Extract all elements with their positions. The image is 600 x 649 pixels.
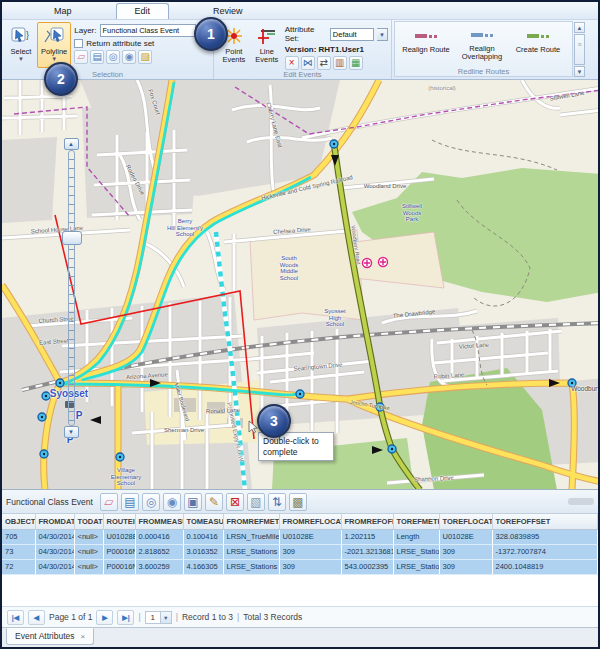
column-header[interactable]: TOREFOFFSET <box>492 514 598 529</box>
sort-icon[interactable]: ⇅ <box>268 493 286 511</box>
attribute-grid-icon[interactable]: ▦ <box>349 56 363 70</box>
grid-button-strip: ▱▤◎◉▣✎⊠▧⇅▩ <box>100 493 307 511</box>
tab-review[interactable]: Review <box>195 4 261 19</box>
grid-toolbar: Functional Class Event ▱▤◎◉▣✎⊠▧⇅▩ <box>2 490 598 514</box>
selection-group: } Select ▼ Polyline ▼ Layer: Functional … <box>2 20 214 79</box>
save-icon[interactable]: ▣ <box>184 493 202 511</box>
redline-routes-group-label: Redline Routes <box>395 67 572 76</box>
first-page-button[interactable]: |◀ <box>7 610 24 625</box>
close-tab-icon[interactable]: × <box>81 632 86 641</box>
page-indicator: Page 1 of 1 <box>49 612 92 622</box>
zoom-in-icon[interactable]: ▲ <box>64 138 79 150</box>
line-events-label: Line Events <box>255 48 279 65</box>
select-dropdown-caret[interactable]: ▼ <box>18 57 24 61</box>
redline-button-label: Realign Overlapping <box>458 45 506 62</box>
redline-dash-icon <box>527 27 549 45</box>
column-header[interactable]: TOMEASURE <box>183 514 223 529</box>
table-row[interactable]: 70504/30/2014<null>U01028E0.0004160.1004… <box>2 529 598 544</box>
column-header[interactable]: FROMREFLOCATION <box>279 514 341 529</box>
attribute-set-select-arrow-icon[interactable]: ▼ <box>377 28 388 41</box>
ribbon: } Select ▼ Polyline ▼ Layer: Functional … <box>2 20 598 80</box>
edit-events-mini-toolbar: ×⋈⇄▥▦ <box>285 56 388 70</box>
map-zoom-slider[interactable]: ▲ ▼ <box>60 138 82 438</box>
next-page-button[interactable]: ▶ <box>96 610 113 625</box>
column-header[interactable]: TOREFMETHOD <box>393 514 439 529</box>
create-route-button[interactable]: Create Route <box>510 24 566 65</box>
column-header[interactable]: FROMDATE <box>35 514 74 529</box>
layer-select[interactable]: Functional Class Event <box>100 24 196 37</box>
delete-icon[interactable]: ⊠ <box>226 493 244 511</box>
scroll-up-icon[interactable]: ▲ <box>574 22 585 33</box>
line-events-button[interactable]: Line Events <box>251 22 283 68</box>
grid-scrollbar[interactable] <box>568 498 594 505</box>
clear-selection-icon[interactable]: ▱ <box>74 50 88 64</box>
copy-icon[interactable]: ▧ <box>247 493 265 511</box>
realign-overlapping-button[interactable]: Realign Overlapping <box>454 24 510 65</box>
zoom-out-icon[interactable]: ▼ <box>64 426 79 438</box>
show-table-icon[interactable]: ▤ <box>121 493 139 511</box>
point-events-label: Point Events <box>221 48 247 65</box>
grid-body: 70504/30/2014<null>U01028E0.0004160.1004… <box>2 529 598 574</box>
event-attributes-tab-label: Event Attributes <box>15 631 75 641</box>
tab-edit[interactable]: Edit <box>116 3 170 19</box>
select-button[interactable]: } Select ▼ <box>5 22 37 68</box>
table-row[interactable]: 7304/30/2014<null>P00016N2.8186523.01635… <box>2 544 598 559</box>
page-size-arrow-icon[interactable]: ▼ <box>161 611 172 624</box>
tab-map[interactable]: Map <box>36 4 90 19</box>
scrollbar-thumb[interactable]: ≡ <box>574 34 585 65</box>
column-header[interactable]: FROMMEASURE <box>135 514 183 529</box>
column-header[interactable]: TOREFLOCATION <box>439 514 492 529</box>
table-row[interactable]: 7204/30/2014<null>P00016N3.6002594.16630… <box>2 559 598 574</box>
edit-icon[interactable]: ✎ <box>205 493 223 511</box>
tab-event-attributes[interactable]: Event Attributes × <box>6 628 94 645</box>
bottom-tab-bar: Event Attributes × <box>2 627 598 647</box>
redline-button-label: Realign Route <box>402 46 450 55</box>
edit-events-group: Point Events Line Events Attribute Set: … <box>214 20 392 79</box>
clear-selection-icon[interactable]: ▱ <box>100 493 118 511</box>
page-size-dropdown[interactable]: 1 ▼ <box>145 611 172 624</box>
realign-route-button[interactable]: Realign Route <box>398 24 454 65</box>
ribbon-scrollbar: ▲ ≡ ▼ <box>573 20 586 79</box>
delete-event-icon[interactable]: × <box>285 56 299 70</box>
column-header[interactable]: FROMREFOFFSET <box>341 514 393 529</box>
pan-to-selection-icon[interactable]: ◉ <box>122 50 136 64</box>
merge-events-icon[interactable]: ⋈ <box>301 56 315 70</box>
attribute-set-select[interactable]: Default <box>330 28 374 41</box>
line-events-icon <box>255 25 279 47</box>
polyline-button[interactable]: Polyline ▼ <box>37 22 71 68</box>
pan-to-icon[interactable]: ◉ <box>163 493 181 511</box>
basemap <box>2 80 598 490</box>
callout-2: 2 <box>44 62 78 96</box>
column-header[interactable]: TODATE <box>74 514 103 529</box>
redline-routes-group: Realign RouteRealign OverlappingCreate R… <box>394 21 573 77</box>
grid-header-row: OBJECTIDFROMDATETODATEROUTEIDFROMMEASURE… <box>2 514 598 529</box>
selection-table-icon[interactable]: ▤ <box>90 50 104 64</box>
zoom-to-selection-icon[interactable]: ◎ <box>106 50 120 64</box>
callout-3: 3 <box>257 404 291 438</box>
map-view[interactable]: SyossetBerry Hill Element'y SchoolSouth … <box>2 80 598 490</box>
edit-events-group-label: Edit Events <box>214 70 391 79</box>
record-range-text: Record 1 to 3 <box>182 612 233 622</box>
column-header[interactable]: ROUTEID <box>103 514 135 529</box>
last-page-button[interactable]: ▶| <box>117 610 134 625</box>
column-header[interactable]: OBJECTID <box>2 514 35 529</box>
return-attribute-set-checkbox[interactable] <box>74 39 83 48</box>
app: Map Edit Review } Select ▼ Polyline ▼ <box>0 0 600 649</box>
column-header[interactable]: FROMREFMETHOD <box>223 514 279 529</box>
redline-buttons: Realign RouteRealign OverlappingCreate R… <box>398 24 566 65</box>
zoom-slider-thumb[interactable] <box>62 231 82 245</box>
zoom-to-icon[interactable]: ◎ <box>142 493 160 511</box>
total-records-text: Total 3 Records <box>243 612 302 622</box>
zoom-slider-track[interactable] <box>68 150 75 426</box>
grid-pager: |◀ ◀ Page 1 of 1 ▶ ▶| | 1 ▼ | Record 1 t… <box>2 606 598 627</box>
split-event-icon[interactable]: ⇄ <box>317 56 331 70</box>
event-attributes-icon[interactable]: ▥ <box>333 56 347 70</box>
selection-group-label: Selection <box>2 70 213 79</box>
select-by-attribute-icon[interactable]: ▨ <box>138 50 152 64</box>
polyline-dropdown-caret[interactable]: ▼ <box>51 57 57 61</box>
redline-dash-icon <box>471 27 493 44</box>
redline-button-label: Create Route <box>516 46 561 55</box>
prev-page-button[interactable]: ◀ <box>28 610 45 625</box>
scroll-down-icon[interactable]: ▼ <box>574 66 585 77</box>
export-icon[interactable]: ▩ <box>289 493 307 511</box>
